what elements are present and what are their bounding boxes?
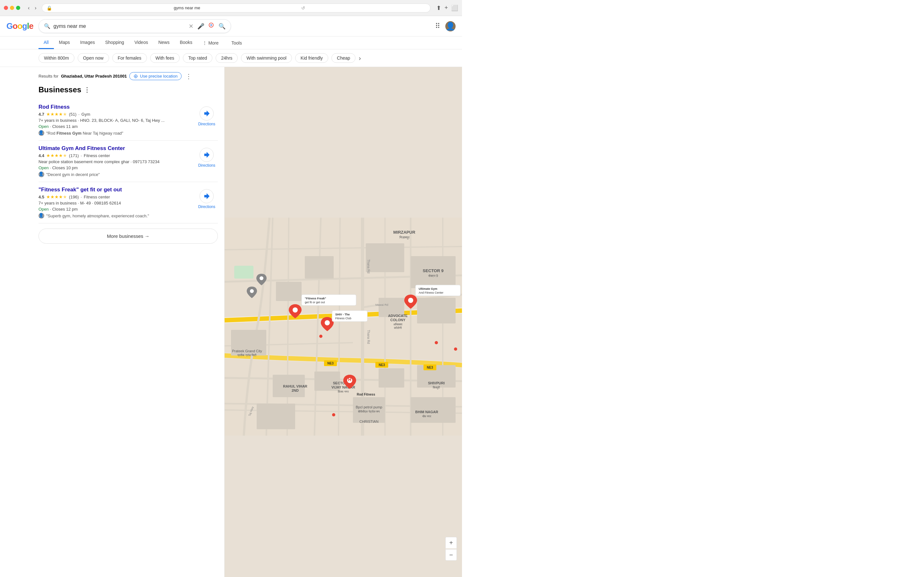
google-logo[interactable]: Google	[6, 21, 33, 31]
svg-rect-33	[417, 298, 456, 324]
user-avatar[interactable]: 👤	[445, 21, 456, 31]
zoom-in-button[interactable]: +	[445, 537, 457, 548]
business-info-ultimate-gym: Ultimate Gym And Fitness Center 4.4 ★★★★…	[39, 145, 196, 177]
url-text: gyms near me	[174, 5, 299, 10]
svg-text:भीम नगर: भीम नगर	[422, 415, 431, 418]
section-options-icon[interactable]: ⋮	[84, 86, 90, 93]
maximize-window-button[interactable]	[16, 6, 20, 10]
review-text-rod-fitness: "Rod Fitness Gym Near Taj higway road"	[46, 131, 123, 135]
review-text-ultimate-gym: "Decent gym in decent price"	[46, 172, 100, 177]
rating-row-ultimate-gym: 4.4 ★★★★★ (171) · Fitness center	[39, 153, 196, 158]
filter-kidfriendly[interactable]: Kid friendly	[295, 53, 328, 63]
header-right: ⠿ 👤	[435, 21, 456, 31]
clear-search-button[interactable]: ✕	[189, 23, 194, 30]
main-content: Results for Ghaziabad, Uttar Pradesh 201…	[0, 67, 462, 577]
directions-button-fitness-freak[interactable]: Directions	[196, 187, 218, 211]
stars-fitness-freak: ★★★★★	[46, 194, 67, 199]
business-card-ultimate-gym: Ultimate Gym And Fitness Center 4.4 ★★★★…	[39, 141, 218, 182]
filter-within800m[interactable]: Within 800m	[39, 53, 74, 63]
svg-text:MIRZAPUR: MIRZAPUR	[393, 230, 415, 235]
tab-images[interactable]: Images	[75, 37, 100, 49]
business-name-rod-fitness[interactable]: Rod Fitness	[39, 104, 196, 110]
tab-news[interactable]: News	[153, 37, 174, 49]
share-icon[interactable]: ⬆	[436, 5, 441, 11]
back-button[interactable]: ‹	[26, 4, 31, 12]
filter-withfees[interactable]: With fees	[150, 53, 180, 63]
svg-text:Bpcl petrol pump: Bpcl petrol pump	[356, 405, 383, 409]
search-icons: ✕ 🎤 🔍	[189, 22, 226, 30]
filter-withpool[interactable]: With swimming pool	[241, 53, 292, 63]
review-row-ultimate-gym: 👤 "Decent gym in decent price"	[39, 171, 196, 177]
zoom-out-button[interactable]: −	[445, 549, 457, 561]
business-name-fitness-freak[interactable]: "Fitness Freak" get fit or get out	[39, 187, 196, 193]
tab-more[interactable]: ⋮ More	[197, 37, 224, 49]
open-status-ultimate-gym: Open	[39, 165, 49, 170]
directions-button-rod-fitness[interactable]: Directions	[196, 104, 218, 129]
new-tab-icon[interactable]: +	[444, 5, 448, 11]
filter-forfemales[interactable]: For females	[112, 53, 147, 63]
svg-text:RAHUL VIHAR: RAHUL VIHAR	[283, 384, 307, 388]
business-info-fitness-freak: "Fitness Freak" get fit or get out 4.5 ★…	[39, 187, 196, 219]
open-status-fitness-freak: Open	[39, 207, 49, 211]
reviewer-avatar-rod-fitness: 👤	[39, 130, 44, 136]
svg-text:NE3: NE3	[327, 362, 334, 365]
svg-text:Fitness Club: Fitness Club	[335, 317, 351, 320]
filter-opennow[interactable]: Open now	[78, 53, 109, 63]
address-bar[interactable]: 🔒 gyms near me ↺	[42, 3, 431, 13]
review-text-fitness-freak: "Superb gym, homely atmosphare, experien…	[46, 213, 149, 218]
business-info-rod-fitness: Rod Fitness 4.7 ★★★★★ (51) · Gym 7+ year…	[39, 104, 196, 136]
svg-text:"Fitness Freak": "Fitness Freak"	[305, 297, 326, 300]
svg-text:NE3: NE3	[427, 366, 433, 369]
tab-books[interactable]: Books	[174, 37, 197, 49]
hours-ultimate-gym: Open · Closes 10 pm	[39, 165, 196, 170]
tabs-icon[interactable]: ⬜	[451, 5, 458, 11]
google-apps-button[interactable]: ⠿	[435, 22, 440, 31]
stars-rod-fitness: ★★★★★	[46, 111, 67, 117]
svg-rect-36	[379, 368, 404, 388]
separator-ultimate-gym: ·	[81, 153, 82, 158]
lens-search-button[interactable]	[208, 22, 215, 30]
svg-rect-30	[366, 243, 404, 272]
search-input[interactable]: gyms near me	[53, 23, 186, 29]
tab-tools[interactable]: Tools	[226, 37, 247, 49]
svg-text:निज़ामपुर: निज़ामपुर	[399, 235, 410, 239]
location-target-icon	[134, 74, 138, 79]
tab-all[interactable]: All	[39, 37, 54, 49]
svg-text:And Fitness Center: And Fitness Center	[419, 291, 443, 294]
business-card-fitness-freak: "Fitness Freak" get fit or get out 4.5 ★…	[39, 182, 218, 223]
filter-more-button[interactable]: ›	[359, 55, 361, 62]
more-businesses-button[interactable]: More businesses →	[39, 229, 218, 243]
filter-toprated[interactable]: Top rated	[183, 53, 212, 63]
lock-icon: 🔒	[47, 5, 171, 11]
svg-text:कॉलोनी: कॉलोनी	[394, 326, 402, 330]
location-more-options[interactable]: ⋮	[186, 73, 192, 80]
rating-row-fitness-freak: 4.5 ★★★★★ (196) · Fitness center	[39, 194, 196, 199]
reload-icon[interactable]: ↺	[301, 5, 426, 11]
tab-maps[interactable]: Maps	[54, 37, 75, 49]
forward-button[interactable]: ›	[33, 4, 38, 12]
minimize-window-button[interactable]	[10, 6, 14, 10]
hours-fitness-freak: Open · Closes 12 pm	[39, 207, 196, 211]
svg-marker-7	[204, 111, 210, 116]
business-name-ultimate-gym[interactable]: Ultimate Gym And Fitness Center	[39, 145, 196, 152]
years-fitness-freak: 7+ years in business	[39, 201, 77, 205]
search-box[interactable]: 🔍 gyms near me ✕ 🎤 🔍	[39, 19, 231, 33]
tab-videos[interactable]: Videos	[129, 37, 153, 49]
close-window-button[interactable]	[4, 6, 8, 10]
svg-rect-29	[305, 256, 334, 279]
filter-24hrs[interactable]: 24hrs	[216, 53, 238, 63]
hours-rod-fitness: Open · Closes 11 am	[39, 124, 196, 129]
address-row-rod-fitness: 7+ years in business · HNO. 23, BLOCK- A…	[39, 118, 196, 123]
precise-location-button[interactable]: Use precise location	[129, 72, 182, 80]
svg-text:Mawai Rd: Mawai Rd	[375, 303, 388, 306]
location-name: Ghaziabad, Uttar Pradesh 201001	[61, 74, 127, 79]
browser-chrome: ‹ › 🔒 gyms near me ↺ ⬆ + ⬜	[0, 0, 462, 16]
filter-cheap[interactable]: Cheap	[331, 53, 355, 63]
google-search-button[interactable]: 🔍	[218, 23, 226, 30]
voice-search-button[interactable]: 🎤	[197, 23, 204, 30]
address-rod-fitness: HNO. 23, BLOCK- A, GALI, NO- 6, Taj Hwy …	[80, 118, 165, 123]
directions-button-ultimate-gym[interactable]: Directions	[196, 145, 218, 170]
map-panel[interactable]: NE3 NE3 NE3 MIRZAPUR निज़ामपुर SECTOR 9 …	[225, 67, 462, 577]
svg-point-100	[454, 348, 457, 351]
tab-shopping[interactable]: Shopping	[100, 37, 129, 49]
